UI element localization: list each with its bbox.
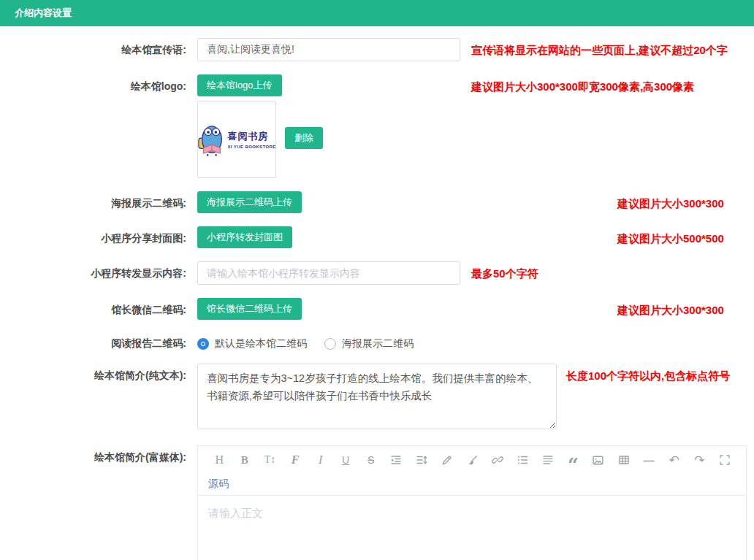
line-height-icon[interactable] xyxy=(409,446,435,474)
logo-delete-button[interactable]: 删除 xyxy=(285,127,323,149)
slogan-hint: 宣传语将显示在网站的一些页面上,建议不超过20个字 xyxy=(471,44,728,58)
indent-icon[interactable] xyxy=(384,446,409,474)
radio-icon xyxy=(197,338,209,350)
poster-qrcode-hint: 建议图片大小300*300 xyxy=(617,197,724,211)
source-code-button[interactable]: 源码 xyxy=(208,477,229,489)
logo-label: 绘本馆logo: xyxy=(0,74,186,178)
manager-wechat-qrcode-label: 馆长微信二维码: xyxy=(0,298,186,320)
text-color-icon[interactable] xyxy=(434,446,460,474)
redo-icon[interactable]: ↷ xyxy=(687,446,712,474)
hr-icon[interactable]: — xyxy=(636,446,662,474)
editor-content-area[interactable]: 请输入正文 xyxy=(198,496,746,560)
table-icon[interactable] xyxy=(611,446,636,474)
settings-form: 绘本馆宣传语: 宣传语将显示在网站的一些页面上,建议不超过20个字 绘本馆log… xyxy=(0,26,754,560)
rich-text-editor: HBT↕FIUS“—↶↷ 源码 请输入正文 xyxy=(197,445,747,560)
row-intro-rich: 绘本馆简介(富媒体): HBT↕FIUS“—↶↷ 源码 请输入正文 xyxy=(0,445,754,560)
slogan-label: 绘本馆宣传语: xyxy=(0,38,186,61)
editor-toolbar: HBT↕FIUS“—↶↷ xyxy=(198,446,746,474)
poster-qrcode-label: 海报展示二维码: xyxy=(0,191,186,213)
list-icon[interactable] xyxy=(510,446,536,474)
miniprogram-cover-upload-button[interactable]: 小程序转发封面图 xyxy=(197,226,292,248)
fullscreen-icon[interactable] xyxy=(712,446,738,474)
section-header: 介绍内容设置 xyxy=(0,0,754,26)
row-miniprogram-share-text: 小程序转发显示内容: 最多50个字符 xyxy=(0,261,754,285)
radio-default-library-qrcode[interactable]: 默认是绘本馆二维码 xyxy=(197,337,307,350)
link-icon[interactable] xyxy=(484,446,510,474)
heading-icon[interactable]: H xyxy=(207,446,232,474)
report-qrcode-label: 阅读报告二维码: xyxy=(0,333,186,350)
underline-icon[interactable]: U xyxy=(333,446,359,474)
editor-source-row: 源码 xyxy=(198,474,746,496)
intro-text-hint: 长度100个字符以内,包含标点符号 xyxy=(566,369,730,383)
miniprogram-share-text-input[interactable] xyxy=(197,261,460,285)
logo-hint: 建议图片大小300*300即宽300像素,高300像素 xyxy=(471,80,694,94)
miniprogram-cover-hint: 建议图片大小500*500 xyxy=(617,232,724,246)
row-report-qrcode: 阅读报告二维码: 默认是绘本馆二维码 海报展示二维码 xyxy=(0,333,754,350)
logo-subtext: XI YUE BOOKSTORE xyxy=(227,145,275,149)
slogan-input[interactable] xyxy=(197,38,460,61)
font-family-icon[interactable]: F xyxy=(283,446,308,474)
editor-placeholder: 请输入正文 xyxy=(208,507,263,519)
row-logo: 绘本馆logo: 绘本馆logo上传 xyxy=(0,74,754,178)
row-manager-wechat-qrcode: 馆长微信二维码: 馆长微信二维码上传 建议图片大小300*300 xyxy=(0,298,754,320)
logo-upload-button[interactable]: 绘本馆logo上传 xyxy=(197,74,282,96)
strikethrough-icon[interactable]: S xyxy=(358,446,384,474)
poster-qrcode-upload-button[interactable]: 海报展示二维码上传 xyxy=(197,191,302,213)
undo-icon[interactable]: ↶ xyxy=(661,446,687,474)
intro-rich-label: 绘本馆简介(富媒体): xyxy=(0,445,186,560)
row-slogan: 绘本馆宣传语: 宣传语将显示在网站的一些页面上,建议不超过20个字 xyxy=(0,38,754,61)
intro-textarea[interactable]: 喜阅书房是专为3~12岁孩子打造的线上绘本馆。我们提供丰富的绘本、书籍资源,希望… xyxy=(197,364,557,429)
miniprogram-share-text-hint: 最多50个字符 xyxy=(471,267,538,281)
bold-icon[interactable]: B xyxy=(232,446,258,474)
radio-poster-qrcode[interactable]: 海报展示二维码 xyxy=(324,337,414,350)
logo-text: 喜阅书房 xyxy=(227,130,275,143)
manager-wechat-qrcode-hint: 建议图片大小300*300 xyxy=(617,304,724,318)
intro-text-label: 绘本馆简介(纯文本): xyxy=(0,364,186,432)
bg-color-icon[interactable] xyxy=(460,446,485,474)
radio-icon xyxy=(324,338,336,350)
font-size-icon[interactable]: T↕ xyxy=(257,446,283,474)
row-intro-text: 绘本馆简介(纯文本): 喜阅书房是专为3~12岁孩子打造的线上绘本馆。我们提供丰… xyxy=(0,364,754,432)
logo-preview: 喜阅书房 XI YUE BOOKSTORE xyxy=(197,101,276,178)
manager-wechat-qrcode-upload-button[interactable]: 馆长微信二维码上传 xyxy=(197,298,302,320)
bookstore-mascot-icon xyxy=(197,121,225,158)
image-icon[interactable] xyxy=(586,446,612,474)
row-miniprogram-cover: 小程序分享封面图: 小程序转发封面图 建议图片大小500*500 xyxy=(0,226,754,248)
miniprogram-share-text-label: 小程序转发显示内容: xyxy=(0,261,186,285)
page-title: 介绍内容设置 xyxy=(15,7,72,20)
miniprogram-cover-label: 小程序分享封面图: xyxy=(0,226,186,248)
quote-icon[interactable]: “ xyxy=(560,446,586,474)
row-poster-qrcode: 海报展示二维码: 海报展示二维码上传 建议图片大小300*300 xyxy=(0,191,754,213)
align-icon[interactable] xyxy=(536,446,561,474)
italic-icon[interactable]: I xyxy=(308,446,333,474)
